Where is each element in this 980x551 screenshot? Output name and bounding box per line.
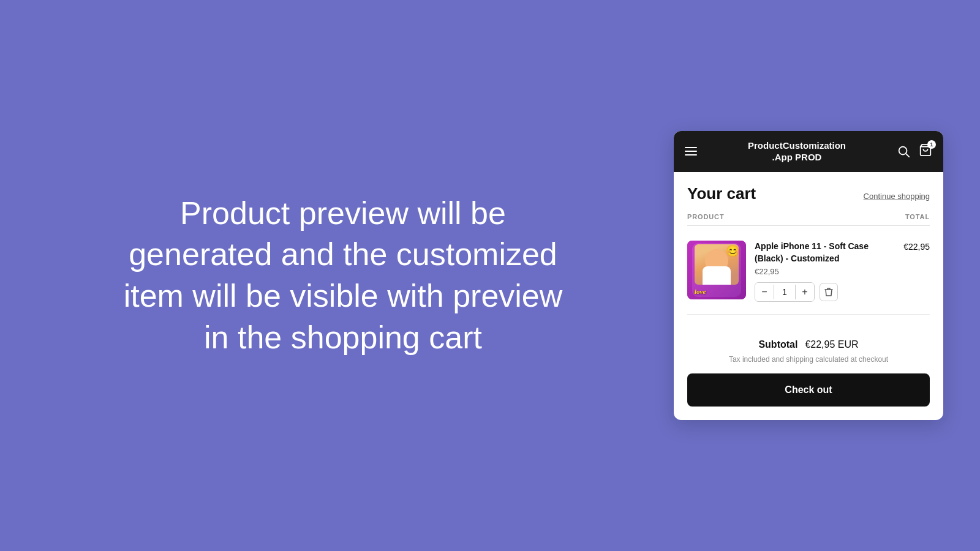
- delete-item-button[interactable]: [820, 283, 838, 301]
- cart-badge: 1: [927, 140, 936, 149]
- quantity-increase-button[interactable]: +: [796, 283, 814, 301]
- phone-case-inner: 😊 love: [692, 243, 741, 297]
- subtotal-label: Subtotal: [758, 339, 797, 350]
- hamburger-menu-button[interactable]: [685, 147, 697, 156]
- svg-line-1: [906, 154, 909, 157]
- emoji-overlay: 😊: [726, 244, 739, 258]
- product-thumbnail: 😊 love: [687, 241, 746, 299]
- trash-icon: [824, 287, 833, 297]
- tax-note: Tax included and shipping calculated at …: [687, 355, 930, 364]
- subtotal-value: €22,95 EUR: [805, 339, 858, 350]
- product-info: Apple iPhone 11 - Soft Case (Black) - Cu…: [755, 241, 895, 302]
- col-product-header: PRODUCT: [687, 213, 725, 220]
- product-line-total: €22,95: [903, 241, 930, 252]
- store-panel: ProductCustomization .App PROD 1 Your ca…: [674, 131, 943, 420]
- phone-case-illustration: 😊 love: [687, 241, 746, 299]
- cart-body: Your cart Continue shopping PRODUCT TOTA…: [674, 172, 943, 327]
- store-header: ProductCustomization .App PROD 1: [674, 131, 943, 172]
- feature-description: Product preview will be generated and th…: [123, 193, 564, 358]
- subtotal-row: Subtotal €22,95 EUR: [687, 339, 930, 350]
- baby-body: [703, 266, 731, 285]
- love-text: love: [695, 288, 706, 295]
- cart-title: Your cart: [687, 184, 756, 203]
- checkout-button[interactable]: Check out: [687, 373, 930, 407]
- quantity-value: 1: [774, 285, 796, 299]
- quantity-control: − 1 +: [755, 282, 815, 302]
- search-icon[interactable]: [897, 144, 910, 158]
- cart-item: 😊 love Apple iPhone 11 - Soft Case (Blac…: [687, 234, 930, 315]
- qty-row: − 1 +: [755, 282, 895, 302]
- product-name: Apple iPhone 11 - Soft Case (Black) - Cu…: [755, 241, 895, 264]
- cart-top-row: Your cart Continue shopping: [687, 184, 930, 203]
- product-price-sub: €22,95: [755, 267, 895, 276]
- header-icons: 1: [897, 143, 932, 159]
- left-panel: Product preview will be generated and th…: [37, 193, 674, 358]
- cart-table-header: PRODUCT TOTAL: [687, 213, 930, 226]
- cart-icon-wrapper[interactable]: 1: [919, 143, 932, 159]
- col-total-header: TOTAL: [905, 213, 930, 220]
- subtotal-section: Subtotal €22,95 EUR Tax included and shi…: [674, 327, 943, 420]
- quantity-decrease-button[interactable]: −: [755, 283, 774, 301]
- store-title: ProductCustomization .App PROD: [748, 140, 846, 163]
- continue-shopping-link[interactable]: Continue shopping: [864, 192, 930, 201]
